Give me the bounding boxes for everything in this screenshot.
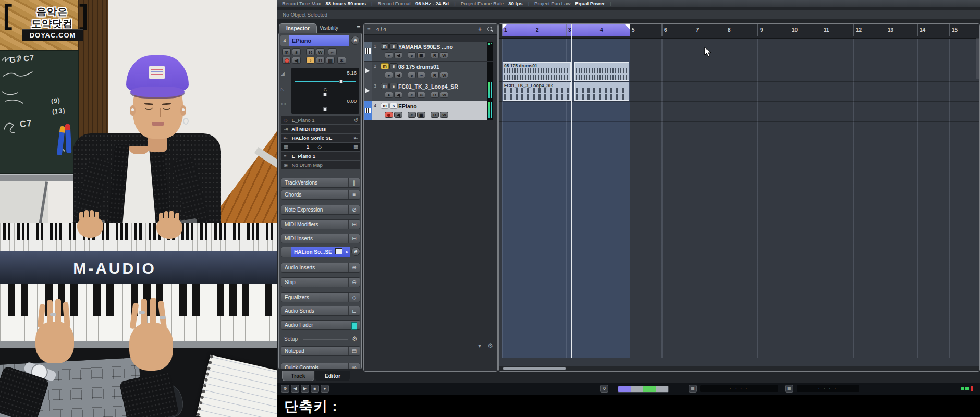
monitor-button[interactable]: ◀ xyxy=(292,57,301,64)
project-cursor[interactable] xyxy=(571,24,572,358)
tab-inspector[interactable]: Inspector xyxy=(279,23,317,33)
track-name[interactable]: EPiano xyxy=(289,35,349,46)
audio-event-drums[interactable]: 08 175 drums01 xyxy=(503,62,571,81)
add-track-button[interactable]: + xyxy=(478,24,482,34)
solo-button[interactable]: s xyxy=(292,48,301,55)
cycle-button[interactable]: ↺ xyxy=(600,385,608,393)
tempo-button[interactable]: ▦ xyxy=(689,385,697,393)
track-name[interactable]: EPiano xyxy=(398,103,417,109)
inspector-track-header[interactable]: 4 EPiano e xyxy=(280,35,360,46)
write-automation-button[interactable]: W xyxy=(440,112,448,118)
record-enable-button[interactable]: ● xyxy=(385,52,393,58)
output-edit-icon[interactable]: ⇤ xyxy=(354,134,358,142)
mute-button[interactable]: m xyxy=(381,43,389,50)
track-name[interactable]: FC01_TK_3_Loop4_SR xyxy=(398,83,458,90)
volume-slider[interactable] xyxy=(295,81,356,82)
search-icon[interactable] xyxy=(487,27,492,31)
write-automation-button[interactable]: W xyxy=(440,72,448,78)
section-audio-sends[interactable]: Audio Sends ⊏ xyxy=(281,306,360,316)
tab-visibility[interactable]: Visibility xyxy=(320,23,338,33)
input-routing-row[interactable]: ⇥ All MIDI Inputs xyxy=(281,125,360,133)
read-automation-button[interactable]: R xyxy=(431,52,439,58)
write-automation-button[interactable]: W xyxy=(440,92,448,98)
edit-channel-button[interactable]: e xyxy=(408,112,416,118)
freeze-button[interactable]: ∗ xyxy=(337,57,346,64)
transport-settings-button[interactable]: ⚙ xyxy=(281,385,289,393)
drum-map-row[interactable]: ◉ No Drum Map xyxy=(281,161,360,169)
section-notepad[interactable]: Notepad ▤ xyxy=(281,346,360,356)
solo-button[interactable]: s xyxy=(389,83,398,89)
scrollbar-thumb[interactable] xyxy=(503,367,566,370)
channel-row[interactable]: ▦ 1 ◇ ▦ xyxy=(281,143,360,151)
tab-editor[interactable]: Editor xyxy=(315,371,350,381)
stop-button[interactable]: ■ xyxy=(311,385,319,393)
program-row[interactable]: ≡ E_Piano 1 xyxy=(281,152,360,160)
audio-event-loop[interactable] xyxy=(574,82,629,101)
edit-channel-button[interactable]: e xyxy=(408,92,416,98)
track-row-epiano-selected[interactable]: 4 m s EPiano ◀ e ▦ R W xyxy=(364,101,493,120)
pan-handle[interactable] xyxy=(323,93,327,96)
audio-event-loop[interactable]: FC01_TK_3_Loop4_SR xyxy=(503,82,571,101)
solo-button[interactable]: s xyxy=(389,43,398,50)
record-enable-button[interactable] xyxy=(282,57,291,64)
monitor-button[interactable]: ◀ xyxy=(394,112,402,118)
gear-icon[interactable]: ⚙ xyxy=(349,335,360,345)
rewind-button[interactable]: ◀ xyxy=(291,385,299,393)
read-automation-button[interactable]: R xyxy=(431,92,439,98)
section-strip[interactable]: Strip ⊖ xyxy=(281,277,360,287)
write-automation-button[interactable]: W xyxy=(316,48,325,55)
edit-channel-button[interactable]: e xyxy=(408,72,416,78)
tab-track[interactable]: Track xyxy=(282,371,314,381)
track-row-drums[interactable]: 2 m s 08 175 drums01 ● ◀ e ∞ R W xyxy=(364,62,493,81)
read-automation-button[interactable]: R xyxy=(431,112,439,118)
track-row-loop[interactable]: 3 m s FC01_TK_3_Loop4_SR ● ◀ e ∞ R W xyxy=(364,81,493,101)
audio-event-drums[interactable] xyxy=(574,62,629,81)
track-name[interactable]: YAMAHA S90ES ...no xyxy=(398,44,453,50)
section-audio-fader[interactable]: Audio Fader xyxy=(281,320,360,330)
position-display[interactable] xyxy=(618,386,669,393)
play-button[interactable]: ▶ xyxy=(301,385,309,393)
section-note-expression[interactable]: Note Expression ⊘ xyxy=(281,205,360,215)
record-enable-button-active[interactable] xyxy=(385,112,393,118)
section-audio-inserts[interactable]: Audio Inserts ⊕ xyxy=(281,263,360,273)
monitor-button[interactable]: ◀ xyxy=(394,92,402,98)
delay-handle[interactable] xyxy=(323,107,327,111)
track-list-menu-icon[interactable]: ≡ xyxy=(368,24,371,34)
section-setup[interactable]: Setup ⚙ xyxy=(281,335,360,345)
edit-channel-button[interactable]: e xyxy=(408,52,416,58)
instrument-icon[interactable]: ▦ xyxy=(417,112,425,118)
horizontal-scrollbar[interactable] xyxy=(499,366,979,371)
instrument-name[interactable]: HALion So...SE ▸ xyxy=(291,247,350,257)
edit-instrument-button[interactable]: e xyxy=(351,247,360,256)
monitor-button[interactable]: ◀ xyxy=(394,72,402,78)
section-trackversions[interactable]: TrackVersions ∥ xyxy=(281,178,360,188)
edit-channel-button[interactable]: e xyxy=(351,36,360,45)
lock-track-button[interactable]: ⊓ xyxy=(316,57,325,64)
monitor-button[interactable]: ◀ xyxy=(394,52,402,58)
inspector-menu-icon[interactable]: ≡ xyxy=(357,24,360,31)
track-name[interactable]: 08 175 drums01 xyxy=(398,64,439,70)
marker-button[interactable]: ▦ xyxy=(785,385,793,393)
vertical-scrollbar[interactable] xyxy=(976,38,979,79)
instrument-icon[interactable]: ▦ xyxy=(417,52,425,58)
section-instrument-halion[interactable]: HALion So...SE ▸ e xyxy=(281,247,360,257)
track-version-row[interactable]: ◇ E_Piano 1 ↺ xyxy=(281,116,360,124)
solo-button[interactable]: s xyxy=(389,63,398,69)
section-equalizers[interactable]: Equalizers ◇ xyxy=(281,292,360,302)
read-automation-button[interactable]: R xyxy=(306,48,315,55)
mute-button[interactable]: m xyxy=(381,83,389,89)
read-automation-button[interactable]: R xyxy=(431,72,439,78)
chevron-down-icon[interactable]: ▾ xyxy=(478,343,481,349)
track-row-yamaha[interactable]: 1 m s YAMAHA S90ES ...no ● ◀ e ▦ R W xyxy=(364,42,493,61)
mute-button[interactable]: m xyxy=(282,48,291,55)
section-midi-modifiers[interactable]: MIDI Modifiers ⊞ xyxy=(281,219,360,229)
solo-button[interactable]: s xyxy=(389,103,398,109)
output-routing-row[interactable]: ⇤ HALion Sonic SE ⇤ xyxy=(281,134,360,142)
section-midi-inserts[interactable]: MIDI Inserts ⊟ xyxy=(281,234,360,243)
musical-timebase-button[interactable]: ♪ xyxy=(306,57,315,64)
mute-button-active[interactable]: m xyxy=(381,63,389,69)
show-lanes-button[interactable]: ▤ xyxy=(326,57,335,64)
record-enable-button[interactable]: ● xyxy=(385,72,393,78)
volume-handle[interactable] xyxy=(339,80,343,83)
write-automation-button[interactable]: W xyxy=(440,52,448,58)
